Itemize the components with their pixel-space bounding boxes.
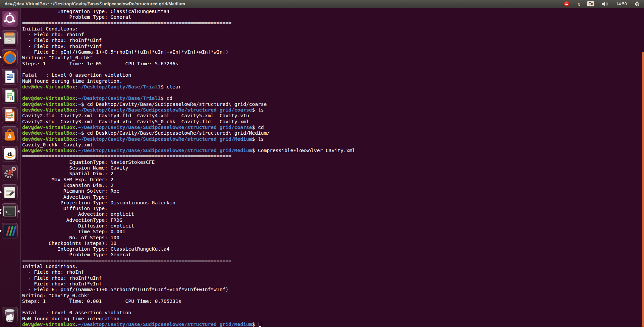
running-indicator-pip bbox=[0, 212, 2, 214]
terminal-output-line: - Field E: pInf/(Gamma-1)+0.5*rhoInf*(uI… bbox=[22, 286, 644, 292]
launcher-item-settings[interactable] bbox=[2, 165, 18, 181]
terminal-cursor bbox=[259, 322, 261, 327]
terminal-output-line: Initial Conditions: bbox=[22, 26, 644, 31]
running-indicator-pip bbox=[0, 230, 2, 232]
terminal-output-line: Integration Type: ClassicalRungeKutta4 bbox=[22, 246, 644, 252]
launcher-item-impress[interactable] bbox=[2, 107, 18, 123]
terminal-output-line: Writing: "Cavity1_0.chk" bbox=[22, 55, 644, 60]
terminal-output-line: Fatal : Level 0 assertion violation bbox=[22, 72, 644, 78]
terminal-output-line: Max SEM Exp. Order: 2 bbox=[22, 177, 644, 182]
network-arrows-icon[interactable]: ↑↓ bbox=[577, 2, 580, 6]
prompt-path: ~/Desktop/Cavity/Base/SudipcaselowRe/str… bbox=[78, 147, 252, 153]
prompt-user: dev@dev-VirtualBox bbox=[22, 107, 75, 113]
terminal-output: Integration Type: ClassicalRungeKutta4 P… bbox=[22, 8, 644, 327]
terminal-prompt-line: dev@dev-VirtualBox:~/Desktop/Cavity/Base… bbox=[22, 136, 644, 142]
launcher-item-writer[interactable] bbox=[2, 69, 18, 85]
terminal-output-line: Writing: "Cavity_0.chk" bbox=[22, 292, 644, 298]
top-panel: dev@dev-VirtualBox: ~/Desktop/Cavity/Bas… bbox=[0, 0, 644, 8]
svg-text:a: a bbox=[7, 148, 12, 157]
terminal-output-line: ========================================… bbox=[22, 258, 644, 263]
prompt-user: dev@dev-VirtualBox bbox=[22, 136, 75, 142]
prompt-command: ls bbox=[258, 107, 264, 113]
terminal-output-line: - Field rhou: rhoInf*uInf bbox=[22, 275, 644, 281]
terminal-output-line: - Field rhov: rhoInf*vInf bbox=[22, 43, 644, 49]
prompt-user: dev@dev-VirtualBox bbox=[22, 95, 75, 101]
volume-icon[interactable] bbox=[602, 1, 608, 7]
terminal-output-line: Cavity2.fld Cavity2.xml Cavity4.fld Cavi… bbox=[22, 113, 644, 118]
terminal-output-line: - Field E: pInf/(Gamma-1)+0.5*rhoInf*(uI… bbox=[22, 49, 644, 55]
launcher-item-trash[interactable] bbox=[2, 307, 18, 323]
launcher-item-dash[interactable] bbox=[2, 11, 18, 27]
session-gear-icon[interactable] bbox=[634, 1, 640, 7]
terminal-output-line: Cavity2.vtu Cavity3.xml Cavity4.vtu Cavi… bbox=[22, 119, 644, 124]
terminal-prompt-line: dev@dev-VirtualBox:~/Desktop/Cavity/Base… bbox=[22, 147, 644, 153]
terminal-prompt-line: dev@dev-VirtualBox:~/Desktop/Cavity/Base… bbox=[22, 321, 644, 327]
terminal-output-line: Integration Type: ClassicalRungeKutta4 bbox=[22, 8, 644, 14]
prompt-command: cd bbox=[258, 124, 264, 130]
launcher-item-calc[interactable] bbox=[2, 88, 18, 104]
prompt-path: ~/Desktop/Cavity/Base/SudipcaselowRe/str… bbox=[78, 107, 252, 113]
terminal-output-line: ========================================… bbox=[22, 153, 644, 159]
terminal-output-line: NaN found during time integration. bbox=[22, 78, 644, 84]
terminal-output-line: NaN found during time integration. bbox=[22, 316, 644, 321]
terminal-window[interactable]: Integration Type: ClassicalRungeKutta4 P… bbox=[20, 8, 644, 327]
prompt-path: ~/Desktop/Cavity/Base/SudipcaselowRe/str… bbox=[78, 136, 252, 142]
prompt-command: cd bbox=[167, 95, 173, 101]
terminal-output-line: - Field rho: rhoInf bbox=[22, 31, 644, 37]
terminal-prompt-line: dev@dev-VirtualBox:~/Desktop/Cavity/Base… bbox=[22, 107, 644, 113]
terminal-output-line: - Field rho: rhoInf bbox=[22, 269, 644, 275]
launcher-item-firefox[interactable] bbox=[2, 49, 18, 65]
prompt-command: CompressibleFlowSolver Cavity.xml bbox=[258, 147, 355, 153]
terminal-output-line bbox=[22, 89, 644, 95]
launcher-item-terminal[interactable]: >_ bbox=[2, 203, 18, 219]
terminal-output-line: Spatial Dim.: 2 bbox=[22, 171, 644, 176]
terminal-output-line: Diffusion: explicit bbox=[22, 223, 644, 228]
terminal-scrollbar[interactable] bbox=[642, 52, 644, 327]
prompt-user: dev@dev-VirtualBox bbox=[22, 147, 75, 153]
prompt-path: ~/Desktop/Cavity/Base/SudipcaselowRe/str… bbox=[78, 124, 252, 130]
launcher-item-gedit[interactable] bbox=[2, 184, 18, 200]
terminal-output-line: Time Step: 0.001 bbox=[22, 228, 644, 234]
terminal-output-line: Cavity_0.chk Cavity.xml bbox=[22, 142, 644, 147]
red-status-icon[interactable] bbox=[564, 1, 570, 7]
launcher: Aa>_ bbox=[0, 8, 20, 327]
prompt-user: dev@dev-VirtualBox bbox=[22, 321, 75, 327]
prompt-path: ~/Desktop/Cavity/Base/SudipcaselowRe/str… bbox=[78, 321, 252, 327]
terminal-output-line bbox=[22, 66, 644, 72]
terminal-output-line bbox=[22, 304, 644, 310]
clock[interactable]: 14:59 bbox=[616, 1, 627, 6]
prompt-path: ~ bbox=[78, 130, 81, 136]
prompt-user: dev@dev-VirtualBox bbox=[22, 84, 75, 89]
prompt-command: cd Desktop/Cavity/Base/SudipcaselowRe/st… bbox=[87, 101, 267, 107]
keyboard-layout-badge[interactable]: En bbox=[587, 1, 594, 6]
terminal-output-line: Projection Type: Discontinuous Galerkin bbox=[22, 200, 644, 205]
terminal-output-line: Diffusion Type: bbox=[22, 205, 644, 211]
terminal-output-line: Problem Type: General bbox=[22, 252, 644, 257]
focused-indicator-arrow bbox=[17, 210, 19, 213]
terminal-output-line: AdvectionType: FRDG bbox=[22, 217, 644, 223]
window-title: dev@dev-VirtualBox: ~/Desktop/Cavity/Bas… bbox=[0, 1, 185, 6]
launcher-item-amazon[interactable]: a bbox=[2, 146, 18, 162]
prompt-user: dev@dev-VirtualBox bbox=[22, 101, 75, 107]
terminal-output-line: - Field rhov: rhoInf*vInf bbox=[22, 281, 644, 286]
terminal-output-line: Advection: explicit bbox=[22, 211, 644, 217]
launcher-item-files[interactable] bbox=[2, 30, 18, 46]
prompt-command: ls bbox=[258, 136, 264, 142]
running-indicator-pip bbox=[0, 37, 2, 40]
running-indicator-pip bbox=[0, 208, 2, 211]
launcher-item-software[interactable]: A bbox=[2, 126, 18, 142]
launcher-item-stripes[interactable] bbox=[2, 223, 18, 239]
terminal-output-line: EquationType: NavierStokesCFE bbox=[22, 159, 644, 165]
terminal-output-line: Advection Type: bbox=[22, 194, 644, 200]
terminal-prompt-line: dev@dev-VirtualBox:~$ cd Desktop/Cavity/… bbox=[22, 101, 644, 107]
system-tray: ↑↓ En 14:59 bbox=[564, 1, 644, 7]
running-indicator-pip bbox=[0, 56, 2, 59]
prompt-user: dev@dev-VirtualBox bbox=[22, 124, 75, 130]
terminal-output-line: Riemann Solver: Roe bbox=[22, 188, 644, 194]
terminal-prompt-line: dev@dev-VirtualBox:~/Desktop/Cavity/Base… bbox=[22, 84, 644, 89]
terminal-output-line: Expansion Dim.: 2 bbox=[22, 182, 644, 188]
terminal-output-line: No. of Steps: 100 bbox=[22, 235, 644, 240]
terminal-prompt-line: dev@dev-VirtualBox:~/Desktop/Cavity/Base… bbox=[22, 124, 644, 130]
terminal-prompt-line: dev@dev-VirtualBox:~$ cd Desktop/Cavity/… bbox=[22, 130, 644, 136]
terminal-output-line: Steps: 1 Time: 0.001 CPU Time: 0.705231s bbox=[22, 298, 644, 304]
